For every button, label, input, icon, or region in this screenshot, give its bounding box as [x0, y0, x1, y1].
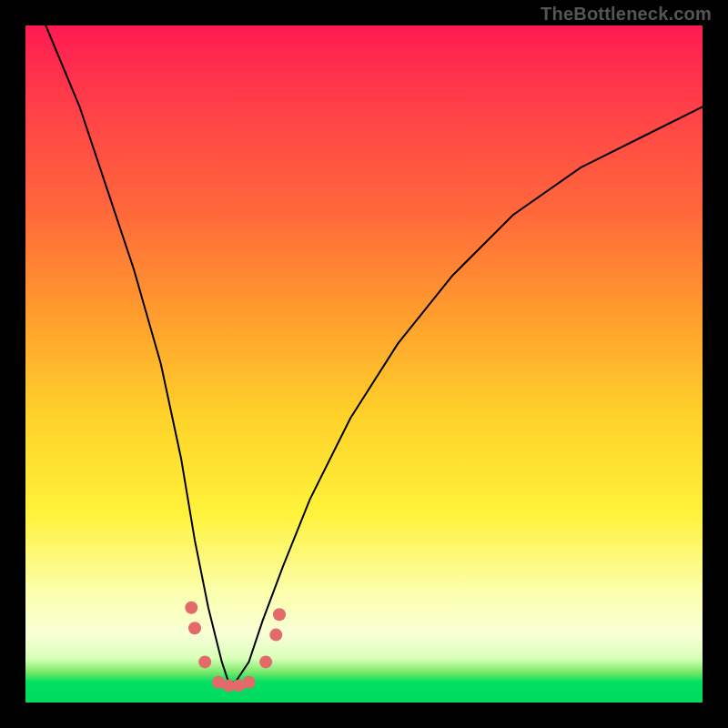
plot-area: [25, 25, 703, 703]
curve-marker: [269, 629, 282, 642]
curve-marker: [243, 676, 256, 689]
watermark-text: TheBottleneck.com: [541, 4, 712, 25]
curve-svg: [25, 25, 703, 703]
curve-marker: [185, 602, 197, 614]
marker-group: [185, 602, 286, 693]
curve-marker: [259, 655, 272, 668]
curve-marker: [273, 608, 286, 621]
curve-marker: [198, 655, 211, 668]
curve-marker: [188, 622, 201, 634]
chart-stage: TheBottleneck.com: [0, 0, 728, 728]
bottleneck-curve: [46, 25, 703, 682]
